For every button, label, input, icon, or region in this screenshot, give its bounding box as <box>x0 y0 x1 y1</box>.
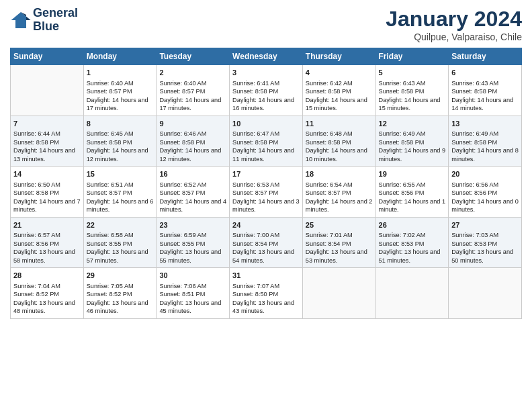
sunset-text: Sunset: 8:51 PM <box>159 290 226 298</box>
day-number: 28 <box>13 271 81 281</box>
sunrise-text: Sunrise: 6:43 AM <box>451 79 519 87</box>
daylight-text: Daylight: 14 hours and 17 minutes. <box>159 96 226 113</box>
day-number: 19 <box>379 169 446 179</box>
daylight-text: Daylight: 14 hours and 10 minutes. <box>306 146 373 163</box>
sunset-text: Sunset: 8:56 PM <box>379 189 446 197</box>
sunset-text: Sunset: 8:58 PM <box>451 87 519 95</box>
sunrise-text: Sunrise: 7:02 AM <box>379 231 446 239</box>
daylight-text: Daylight: 13 hours and 48 minutes. <box>13 299 81 316</box>
sunset-text: Sunset: 8:55 PM <box>87 240 154 248</box>
sunset-text: Sunset: 8:53 PM <box>379 240 446 248</box>
sunset-text: Sunset: 8:57 PM <box>87 189 154 197</box>
cell-w4-d5 <box>375 268 449 319</box>
cell-w2-d1: 15 Sunrise: 6:51 AM Sunset: 8:57 PM Dayl… <box>83 167 157 218</box>
daylight-text: Daylight: 14 hours and 4 minutes. <box>159 197 226 214</box>
cell-w1-d0: 7 Sunrise: 6:44 AM Sunset: 8:58 PM Dayli… <box>11 116 84 167</box>
cell-w0-d6: 6 Sunrise: 6:43 AM Sunset: 8:58 PM Dayli… <box>449 65 522 116</box>
cell-w2-d2: 16 Sunrise: 6:52 AM Sunset: 8:57 PM Dayl… <box>157 167 230 218</box>
day-number: 15 <box>87 169 154 179</box>
day-number: 13 <box>451 119 519 129</box>
sunset-text: Sunset: 8:58 PM <box>379 87 446 95</box>
page: General Blue January 2024 Quilpue, Valpa… <box>0 0 532 411</box>
daylight-text: Daylight: 14 hours and 17 minutes. <box>87 96 154 113</box>
sunrise-text: Sunrise: 6:50 AM <box>13 181 81 189</box>
header-row: Sunday Monday Tuesday Wednesday Thursday… <box>11 48 522 65</box>
daylight-text: Daylight: 13 hours and 57 minutes. <box>87 248 154 265</box>
cell-w1-d3: 10 Sunrise: 6:47 AM Sunset: 8:58 PM Dayl… <box>230 116 303 167</box>
cell-w4-d1: 29 Sunrise: 7:05 AM Sunset: 8:52 PM Dayl… <box>83 268 157 319</box>
sunrise-text: Sunrise: 6:47 AM <box>232 130 300 138</box>
sunset-text: Sunset: 8:57 PM <box>232 189 300 197</box>
day-number: 21 <box>13 220 81 230</box>
sunset-text: Sunset: 8:56 PM <box>451 189 519 197</box>
daylight-text: Daylight: 14 hours and 12 minutes. <box>87 146 154 163</box>
sunset-text: Sunset: 8:58 PM <box>13 138 81 146</box>
sunset-text: Sunset: 8:50 PM <box>232 290 300 298</box>
sunset-text: Sunset: 8:52 PM <box>87 290 154 298</box>
sunset-text: Sunset: 8:52 PM <box>13 290 81 298</box>
daylight-text: Daylight: 14 hours and 11 minutes. <box>232 146 300 163</box>
daylight-text: Daylight: 14 hours and 7 minutes. <box>13 197 81 214</box>
day-number: 2 <box>159 68 226 78</box>
sunset-text: Sunset: 8:58 PM <box>159 138 226 146</box>
col-tuesday: Tuesday <box>157 48 230 65</box>
sunrise-text: Sunrise: 7:01 AM <box>306 231 373 239</box>
sunrise-text: Sunrise: 7:04 AM <box>13 282 81 290</box>
title-block: January 2024 Quilpue, Valparaiso, Chile <box>386 7 522 42</box>
sunset-text: Sunset: 8:57 PM <box>159 189 226 197</box>
day-number: 29 <box>87 271 154 281</box>
daylight-text: Daylight: 13 hours and 43 minutes. <box>232 299 300 316</box>
sunrise-text: Sunrise: 6:54 AM <box>306 181 373 189</box>
sunrise-text: Sunrise: 6:43 AM <box>379 79 446 87</box>
sunset-text: Sunset: 8:54 PM <box>232 240 300 248</box>
daylight-text: Daylight: 14 hours and 15 minutes. <box>379 96 446 113</box>
cell-w2-d0: 14 Sunrise: 6:50 AM Sunset: 8:58 PM Dayl… <box>11 167 84 218</box>
col-thursday: Thursday <box>302 48 375 65</box>
sunrise-text: Sunrise: 7:03 AM <box>451 231 519 239</box>
week-row-0: 1 Sunrise: 6:40 AM Sunset: 8:57 PM Dayli… <box>11 65 522 116</box>
sunrise-text: Sunrise: 6:53 AM <box>232 181 300 189</box>
cell-w3-d0: 21 Sunrise: 6:57 AM Sunset: 8:56 PM Dayl… <box>11 217 84 268</box>
daylight-text: Daylight: 14 hours and 12 minutes. <box>159 146 226 163</box>
sunset-text: Sunset: 8:57 PM <box>306 189 373 197</box>
sunset-text: Sunset: 8:58 PM <box>232 138 300 146</box>
day-number: 26 <box>379 220 446 230</box>
sunrise-text: Sunrise: 6:48 AM <box>306 130 373 138</box>
cell-w4-d6 <box>449 268 522 319</box>
sunset-text: Sunset: 8:53 PM <box>451 240 519 248</box>
daylight-text: Daylight: 14 hours and 15 minutes. <box>306 96 373 113</box>
cell-w4-d2: 30 Sunrise: 7:06 AM Sunset: 8:51 PM Dayl… <box>157 268 230 319</box>
sunrise-text: Sunrise: 6:55 AM <box>379 181 446 189</box>
sunset-text: Sunset: 8:56 PM <box>13 240 81 248</box>
sunrise-text: Sunrise: 6:59 AM <box>159 231 226 239</box>
sunrise-text: Sunrise: 6:41 AM <box>232 79 300 87</box>
sunset-text: Sunset: 8:55 PM <box>159 240 226 248</box>
sunset-text: Sunset: 8:58 PM <box>87 138 154 146</box>
day-number: 9 <box>159 119 226 129</box>
cell-w3-d5: 26 Sunrise: 7:02 AM Sunset: 8:53 PM Dayl… <box>375 217 449 268</box>
sunrise-text: Sunrise: 7:07 AM <box>232 282 300 290</box>
logo: General Blue <box>10 7 78 34</box>
day-number: 20 <box>451 169 519 179</box>
main-title: January 2024 <box>386 7 522 32</box>
calendar-table: Sunday Monday Tuesday Wednesday Thursday… <box>10 48 522 319</box>
day-number: 11 <box>306 119 373 129</box>
sunrise-text: Sunrise: 6:46 AM <box>159 130 226 138</box>
cell-w0-d2: 2 Sunrise: 6:40 AM Sunset: 8:57 PM Dayli… <box>157 65 230 116</box>
day-number: 10 <box>232 119 300 129</box>
daylight-text: Daylight: 14 hours and 1 minute. <box>379 197 446 214</box>
cell-w3-d3: 24 Sunrise: 7:00 AM Sunset: 8:54 PM Dayl… <box>230 217 303 268</box>
day-number: 6 <box>451 68 519 78</box>
daylight-text: Daylight: 14 hours and 3 minutes. <box>232 197 300 214</box>
col-sunday: Sunday <box>11 48 84 65</box>
sunrise-text: Sunrise: 7:05 AM <box>87 282 154 290</box>
cell-w3-d2: 23 Sunrise: 6:59 AM Sunset: 8:55 PM Dayl… <box>157 217 230 268</box>
sunset-text: Sunset: 8:58 PM <box>232 87 300 95</box>
cell-w3-d1: 22 Sunrise: 6:58 AM Sunset: 8:55 PM Dayl… <box>83 217 157 268</box>
sunrise-text: Sunrise: 6:49 AM <box>451 130 519 138</box>
sunset-text: Sunset: 8:54 PM <box>306 240 373 248</box>
cell-w4-d3: 31 Sunrise: 7:07 AM Sunset: 8:50 PM Dayl… <box>230 268 303 319</box>
cell-w2-d6: 20 Sunrise: 6:56 AM Sunset: 8:56 PM Dayl… <box>449 167 522 218</box>
daylight-text: Daylight: 13 hours and 51 minutes. <box>379 248 446 265</box>
day-number: 25 <box>306 220 373 230</box>
